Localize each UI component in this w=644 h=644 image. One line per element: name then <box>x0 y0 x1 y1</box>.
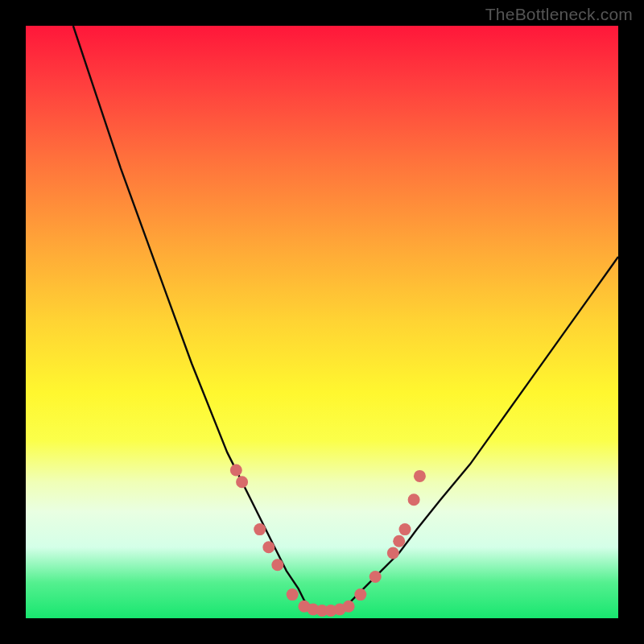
curve-group <box>73 26 618 611</box>
marker-dot <box>387 547 399 559</box>
marker-dot <box>399 523 411 535</box>
watermark-label: TheBottleneck.com <box>485 5 633 24</box>
plot-area <box>26 26 618 618</box>
marker-dot <box>408 493 420 506</box>
marker-dot <box>254 523 266 535</box>
marker-dot <box>236 476 248 488</box>
chart-frame: TheBottleneck.com <box>0 0 644 644</box>
marker-dot <box>393 535 405 547</box>
marker-dot <box>414 470 426 482</box>
marker-dot <box>354 588 366 601</box>
marker-dot <box>343 601 355 613</box>
marker-dot <box>230 464 242 477</box>
marker-dot <box>271 559 283 571</box>
marker-dot <box>287 588 299 601</box>
marker-group <box>230 464 426 617</box>
marker-dot <box>262 541 275 553</box>
curve-right <box>345 257 618 606</box>
chart-svg <box>26 26 618 618</box>
marker-dot <box>369 571 382 583</box>
curve-left <box>73 26 310 606</box>
